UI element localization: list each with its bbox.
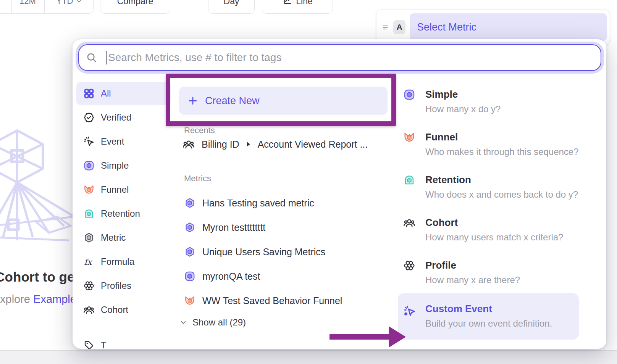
empty-state-wireframe-illustration [0,126,74,252]
example-link[interactable]: Example [33,293,76,305]
type-description: Who does x and comes back to do y? [425,189,578,200]
verified-badge-icon [83,112,95,123]
clause-letter-badge: A [393,20,405,34]
type-retention[interactable]: Retention Who does x and comes back to d… [403,174,579,205]
sidebar-item-label: Funnel [101,184,129,195]
sidebar-item-profiles[interactable]: Profiles [76,274,171,297]
background-explore-line: xplore Example [0,293,76,306]
background-headline-fragment: r Cohort to ge [0,269,74,285]
range-ytd-label: YTD [57,0,73,6]
explore-prefix: xplore [0,293,33,305]
breadcrumb-arrow-icon [247,142,250,147]
event-cursor-icon [83,136,95,147]
cohort-people-icon [183,138,195,150]
saved-metric-icon [184,246,195,258]
chart-type-line-button[interactable]: Line [262,0,333,14]
sidebar-item-label: Retention [101,208,140,219]
sidebar-item-label: Formula [101,256,134,267]
type-title: Retention [425,174,471,186]
type-description: Who makes it through this sequence? [425,147,579,157]
search-focus-ring [76,42,604,74]
show-all-label: Show all (29) [192,317,246,328]
show-all-toggle[interactable]: Show all (29) [179,317,246,328]
compare-button[interactable]: Compare [100,0,170,14]
interval-day-button[interactable]: Day [208,0,255,14]
metric-name: WW Test Saved Behavior Funnel [202,295,342,306]
type-description: How many x are there? [425,275,520,285]
sidebar-item-retention[interactable]: Retention [76,202,171,225]
cohort-people-icon [83,304,95,316]
metric-list-item[interactable]: Unique Users Saving Metrics [184,242,383,261]
saved-metric-icon [184,197,195,209]
type-profile[interactable]: Profile How many x are there? [403,259,579,290]
sidebar-item-verified[interactable]: Verified [76,106,171,129]
sidebar-item-simple[interactable]: Simple [76,154,171,177]
type-title: Profile [425,259,456,271]
recent-cohort-name: Billing ID [202,139,239,150]
saved-metric-icon [83,232,95,243]
metric-list-item[interactable]: Myron testttttttt [184,218,383,237]
type-cohort[interactable]: Cohort How many users match x criteria? [403,217,579,247]
sidebar-item-label: Simple [101,160,129,171]
range-12m-segment[interactable]: 12M [11,0,44,13]
page-bottom-strip [0,350,617,364]
date-range-segmented-control[interactable]: 12M YTD [0,0,94,14]
sidebar-item-funnel[interactable]: Funnel [76,178,171,201]
type-description: How many x do y? [425,104,501,114]
sidebar-item-all[interactable]: All [76,82,171,105]
sidebar-item-label: Metric [101,232,126,243]
search-field[interactable] [78,44,601,71]
funnel-metric-icon [83,184,95,195]
retention-metric-icon [83,208,95,219]
sidebar-item-formula[interactable]: fx Formula [76,250,171,273]
metric-name: Unique Users Saving Metrics [202,246,325,258]
recent-event-name: Account Viewed Report ... [258,139,368,150]
simple-metric-icon [403,89,415,101]
funnel-metric-icon [184,295,195,306]
type-simple[interactable]: Simple How many x do y? [403,89,579,119]
simple-metric-icon [83,160,95,171]
search-icon [86,52,97,63]
funnel-metric-icon [403,131,415,143]
chart-type-label: Line [296,0,312,6]
profiles-cluster-icon [83,280,95,292]
simple-metric-icon [184,271,195,282]
type-description: Build your own event definition. [425,318,552,329]
type-title: Custom Event [425,303,492,315]
sidebar-item-label: All [101,88,111,99]
metric-list-item[interactable]: WW Test Saved Behavior Funnel [184,291,383,310]
compare-label: Compare [117,0,153,6]
formula-icon: fx [83,256,95,267]
sidebar-item-label: Cohort [101,304,128,315]
chevron-down-icon [179,319,187,326]
metric-list-item[interactable]: myronQA test [184,267,383,286]
saved-metric-icon [184,222,195,233]
sidebar-item-partial[interactable]: T [83,340,107,349]
bottom-strip-divider [368,350,368,364]
sidebar-item-event[interactable]: Event [76,130,171,153]
drag-handle-icon[interactable] [382,23,389,32]
svg-text:fx: fx [84,257,93,267]
select-metric-button[interactable]: Select Metric [410,13,607,41]
sidebar-item-label: Profiles [101,280,131,291]
metric-list-item[interactable]: Hans Testing saved metric [184,193,383,213]
recent-item[interactable]: Billing ID Account Viewed Report ... [183,135,385,154]
sidebar-item-cohort[interactable]: Cohort [76,298,171,321]
sidebar-divider [79,333,166,333]
type-title: Funnel [425,131,458,143]
type-custom-event[interactable]: Custom Event Build your own event defini… [403,303,579,333]
type-funnel[interactable]: Funnel Who makes it through this sequenc… [403,131,579,162]
range-ytd-segment[interactable]: YTD [44,0,94,13]
metrics-heading: Metrics [184,174,211,184]
grid-icon [83,88,95,99]
profiles-cluster-icon [403,259,415,272]
chevron-down-icon [76,0,82,4]
sidebar-item-metric[interactable]: Metric [76,226,171,249]
metric-name: myronQA test [202,271,260,282]
search-input[interactable] [108,52,601,64]
annotation-highlight-rectangle [166,74,396,126]
sidebar-item-label: T [101,340,107,349]
metric-name: Myron testttttttt [202,222,265,233]
cohort-people-icon [403,217,415,229]
type-description: How many users match x criteria? [425,232,563,243]
